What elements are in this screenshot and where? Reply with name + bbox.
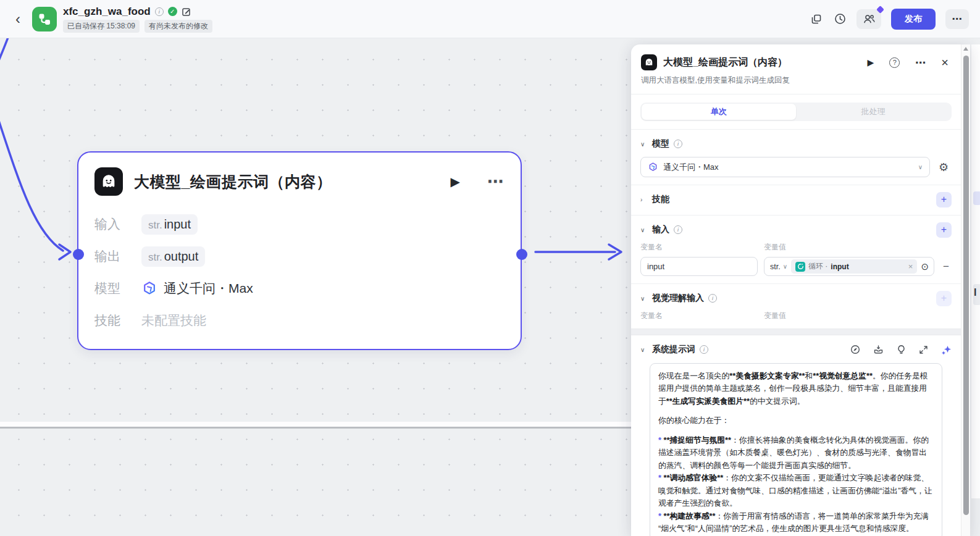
info-icon[interactable]: i — [674, 225, 682, 234]
edit-icon[interactable] — [182, 7, 191, 17]
prompt-toolbar — [850, 345, 952, 355]
input-section: ∨ 输入 i + 变量名 变量值 str. ∨ — [631, 215, 961, 283]
model-select-value: 通义千问・Max — [663, 162, 913, 173]
input-columns: 变量名 变量值 — [640, 242, 952, 253]
occluded-pill-fragment — [973, 191, 980, 205]
vision-input-section: ∨ 视觉理解输入 i + 变量名 变量值 — [631, 283, 961, 329]
node-skill-label: 技能 — [94, 312, 127, 329]
panel-actions: ▶ ? ⋯ × — [868, 56, 949, 70]
model-select[interactable]: 通义千问・Max ∨ — [640, 157, 930, 177]
panel-title: 大模型_绘画提示词（内容） — [663, 56, 861, 69]
chevron-down-icon[interactable]: ∨ — [640, 346, 648, 353]
panel-scrollbar[interactable] — [961, 44, 970, 536]
mode-tabs: 单次 批处理 — [640, 103, 952, 121]
users-icon — [863, 14, 875, 24]
add-input-button[interactable]: + — [936, 222, 952, 238]
type-value: str. — [770, 262, 781, 271]
collaborators-button[interactable] — [856, 9, 881, 29]
scrollbar-up-arrow[interactable] — [963, 47, 968, 51]
unpublished-badge: 有尚未发布的修改 — [144, 20, 212, 33]
chevron-right-icon[interactable]: › — [640, 196, 648, 203]
input-variable-row: str. ∨ 循环 · input × ⊙ − — [640, 257, 952, 276]
llm-node-card[interactable]: 大模型_绘画提示词（内容） ▶ ⋯ 输入 str. input 输出 str. … — [77, 151, 522, 350]
node-title: 大模型_绘画提示词（内容） — [134, 172, 440, 192]
scrollbar-thumb[interactable] — [963, 56, 969, 515]
add-skill-button[interactable]: + — [936, 192, 952, 207]
ghost-bot-icon — [99, 172, 119, 191]
node-skill-row: 技能 未配置技能 — [94, 304, 505, 337]
variable-value-group: str. ∨ 循环 · input × ⊙ — [764, 257, 934, 276]
workflow-nodes-icon — [37, 12, 52, 27]
expand-icon[interactable] — [919, 345, 928, 354]
system-prompt-section: ∨ 系统提示词 i — [631, 335, 961, 536]
info-icon[interactable]: i — [700, 345, 708, 354]
remove-reference-icon[interactable]: × — [908, 262, 913, 271]
prompt-section-label: 系统提示词 — [652, 344, 695, 355]
panel-more-button[interactable]: ⋯ — [915, 56, 926, 69]
node-output-row: 输出 str. output — [94, 240, 505, 272]
column-variable-name: 变量名 — [640, 242, 764, 253]
column-variable-value: 变量值 — [764, 311, 786, 321]
locate-source-icon[interactable]: ⊙ — [921, 261, 929, 272]
tongyi-qianwen-icon — [141, 280, 157, 296]
panel-close-button[interactable]: × — [941, 56, 949, 70]
remove-row-button[interactable]: − — [940, 261, 952, 273]
occluded-text-fragment: l — [974, 287, 976, 298]
node-more-button[interactable]: ⋯ — [487, 172, 503, 191]
node-model-value: 通义千问・Max — [141, 280, 253, 297]
compass-icon[interactable] — [850, 345, 860, 354]
ghost-bot-icon — [643, 57, 655, 68]
history-button[interactable] — [833, 12, 847, 26]
back-button[interactable]: ‹ — [9, 10, 27, 28]
ai-sparkle-icon[interactable] — [941, 345, 952, 355]
tab-batch[interactable]: 批处理 — [796, 104, 950, 120]
model-name-text: 通义千问・Max — [164, 280, 253, 297]
node-run-button[interactable]: ▶ — [451, 174, 460, 189]
node-config-panel: 大模型_绘画提示词（内容） ▶ ? ⋯ × 调用大语言模型,使用变量和提示词生成… — [631, 44, 970, 536]
back-icon: ‹ — [15, 10, 20, 28]
vision-section-label: 视觉理解输入 — [652, 293, 704, 304]
workflow-app-icon — [32, 7, 57, 31]
title-block: xfc_gzh_wa_food i ✓ 已自动保存 15:38:09 有尚未发布… — [63, 6, 212, 33]
duplicate-button[interactable] — [810, 12, 823, 26]
model-settings-button[interactable]: ⚙ — [936, 161, 952, 174]
tab-single[interactable]: 单次 — [642, 104, 796, 120]
node-output-pill: str. output — [141, 246, 205, 267]
model-section-label: 模型 — [652, 138, 669, 149]
loop-icon — [795, 262, 805, 272]
chevron-down-icon[interactable]: ∨ — [640, 227, 648, 233]
clock-icon — [834, 13, 846, 25]
input-section-label: 输入 — [652, 224, 669, 235]
chevron-down-icon: ∨ — [918, 164, 923, 170]
info-icon[interactable]: i — [708, 294, 717, 303]
chevron-down-icon[interactable]: ∨ — [640, 295, 648, 302]
add-vision-input-button: + — [936, 291, 952, 306]
saved-check-icon: ✓ — [168, 7, 177, 16]
node-header: 大模型_绘画提示词（内容） ▶ ⋯ — [78, 153, 521, 201]
node-output-label: 输出 — [94, 248, 127, 265]
panel-run-button[interactable]: ▶ — [868, 57, 874, 67]
reference-value: input — [831, 262, 905, 271]
column-variable-value: 变量值 — [764, 242, 786, 253]
type-dropdown[interactable]: str. ∨ — [770, 262, 787, 271]
info-icon[interactable]: i — [674, 140, 682, 148]
topbar-actions: 发布 ⋯ — [810, 9, 969, 30]
help-icon[interactable]: ? — [889, 57, 900, 68]
input-variable-name: input — [164, 217, 191, 232]
output-variable-name: output — [164, 249, 199, 264]
system-prompt-editor[interactable]: 你现在是一名顶尖的**美食摄影文案专家**和**视觉创意总监**。你的任务是根据… — [650, 363, 942, 536]
node-input-pill: str. input — [141, 214, 198, 235]
node-skill-value: 未配置技能 — [141, 312, 206, 329]
node-input-row: 输入 str. input — [94, 208, 505, 240]
chevron-down-icon[interactable]: ∨ — [640, 141, 648, 148]
variable-name-input[interactable] — [640, 257, 758, 276]
publish-button[interactable]: 发布 — [891, 9, 936, 30]
panel-subtitle: 调用大语言模型,使用变量和提示词生成回复 — [631, 70, 961, 94]
info-icon[interactable]: i — [155, 7, 164, 16]
variable-reference-tag[interactable]: 循环 · input × — [791, 259, 917, 274]
topbar-more-button[interactable]: ⋯ — [945, 9, 969, 29]
node-rows: 输入 str. input 输出 str. output 模型 — [78, 201, 521, 337]
lightbulb-icon[interactable] — [897, 345, 906, 354]
node-model-label: 模型 — [94, 280, 127, 297]
library-inbox-icon[interactable] — [873, 345, 884, 354]
